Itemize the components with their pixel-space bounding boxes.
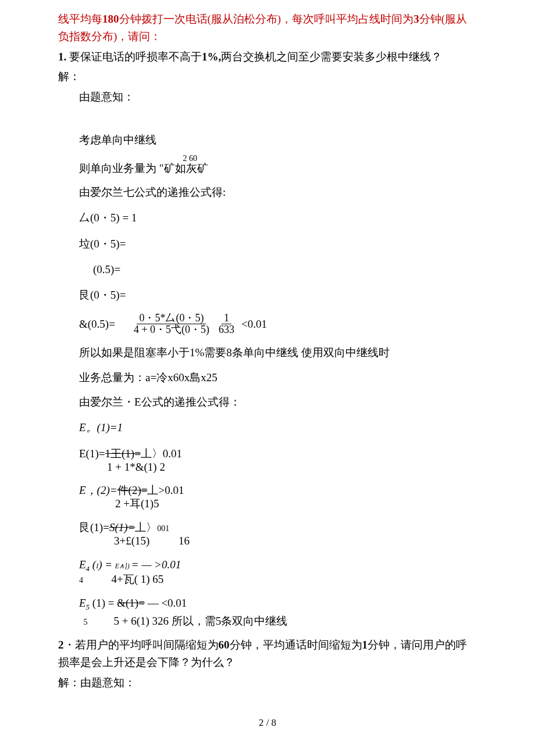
intro-text-2: 分钟拨打一次电话(服从泊松分布)，每次呼叫平均占线时间为	[119, 13, 414, 25]
line-conclusion-8: 所以如果是阻塞率小于1%需要8条单向中继线 使用双向中继线时	[58, 344, 477, 361]
page-number: 2 / 8	[58, 715, 477, 730]
q2-text-a: ・若用户的平均呼叫间隔缩短为	[64, 639, 219, 651]
frac-1: 0・5*厶(0・5) 4 + 0・5弋(0・5)	[131, 313, 212, 336]
E0-E: E	[79, 421, 86, 433]
E1-den: 1 + 1*&(1) 2	[79, 461, 165, 474]
over-260: 2 60	[79, 155, 208, 163]
eq-E2: E，(2)=件(2)=丄>0.01 2 +耳(1)5	[79, 482, 477, 511]
e4-tail: <0.01	[241, 316, 267, 333]
q1-number: 1.	[58, 51, 66, 63]
E2-den: 2 +耳(1)5	[79, 497, 159, 511]
eq-e3: 艮(0・5)=	[79, 286, 477, 304]
E0-rest: (1)=1	[97, 421, 123, 433]
E3-lhs: 艮(1)=	[79, 521, 109, 533]
eq-E0-1: E。(1)=1	[79, 419, 477, 436]
intro-num-180: 180	[102, 13, 119, 25]
E4-open: (	[90, 558, 96, 571]
E5-left5: 5	[79, 618, 92, 628]
line-consider: 考虑单向中继线	[58, 131, 477, 149]
E4-close: ) =	[98, 558, 115, 571]
problem-intro: 线平均每180分钟拨打一次电话(服从泊松分布)，每次呼叫平均占线时间为3分钟(服…	[58, 10, 477, 46]
E5-mid: (1) =	[90, 597, 117, 609]
traffic-text: 则单向业务量为 "矿如灰矿	[79, 163, 208, 174]
E0-dot: 。	[86, 421, 97, 433]
frac2-den: 633	[216, 324, 237, 336]
answer-label: 解：	[58, 68, 477, 85]
E1-tail: 丄〉0.01	[141, 447, 182, 460]
q1-text-b: 两台交换机之间至少需要安装多少根中继线？	[221, 51, 442, 63]
E4-E: E	[79, 558, 86, 571]
question-2: 2・若用户的平均呼叫间隔缩短为60分钟，平均通话时间缩短为1分钟，请问用户的呼损…	[58, 636, 477, 672]
q2-60: 60	[219, 639, 230, 651]
intro-text-1: 线平均每	[58, 13, 102, 25]
answer-2: 解：由题意知：	[58, 674, 477, 691]
eq-e4-frac: &(0.5)= 0・5*厶(0・5) 4 + 0・5弋(0・5) 1 633 <…	[79, 313, 477, 336]
q2-text-b: 分钟，平均通话时间缩短为	[230, 639, 362, 651]
E3-tail: 丄〉	[135, 521, 157, 533]
E1-strike: 1王(1)=	[105, 447, 140, 460]
E3-strike: S(1)=	[109, 521, 135, 533]
line-total-traffic: 业务总量为：a=冷x60x島x25	[58, 369, 477, 386]
q2-1: 1	[362, 639, 368, 651]
frac2-num: 1	[222, 313, 231, 325]
eq-e2: (0.5)=	[93, 261, 477, 278]
E3-16: 16	[179, 535, 190, 547]
frac-2: 1 633	[216, 313, 237, 336]
eq-E4: E4 (I) = E∧]) = — >0.01 4 4+瓦( 1) 65	[79, 556, 477, 586]
E5-E: E	[79, 597, 86, 609]
frac1-num: 0・5*厶(0・5)	[137, 313, 206, 325]
E4-sup: E∧])	[115, 562, 131, 570]
E4-left4: 4	[79, 576, 90, 586]
E3-den: 3+£(15)	[114, 535, 149, 547]
q2-number: 2	[58, 639, 64, 651]
E2-strike: 件(2)=	[117, 484, 148, 496]
q1-percent: 1%,	[202, 51, 221, 63]
eq-E1: E(1)=1王(1)=丄〉0.01 1 + 1*&(1) 2	[79, 445, 477, 474]
E3-001: 001	[157, 524, 169, 533]
line-erlang-recur: 由爱尔兰七公式的递推公式得:	[58, 184, 477, 201]
frac1-den: 4 + 0・5弋(0・5)	[131, 324, 212, 336]
E1-lhs: E(1)=	[79, 447, 105, 460]
E5-tail: — <0.01	[145, 597, 187, 609]
E2-lhs: E，(2)=	[79, 484, 117, 496]
eq-E5: E5 (1) = &(1)= — <0.01 5 5 + 6(1) 326 所以…	[79, 594, 477, 628]
eq-E3: 艮(1)=S(1)=丄〉001 3+£(15) 16	[79, 519, 477, 548]
line-given: 由题意知：	[58, 88, 477, 106]
E4-den: 4+瓦( 1) 65	[112, 573, 164, 585]
e4-lhs: &(0.5)=	[79, 316, 115, 333]
q1-text-a: 要保证电话的呼损率不高于	[69, 51, 202, 63]
E5-den: 5 + 6(1) 326 所以，需5条双向中继线	[114, 615, 288, 627]
eq-e1: 垃(0・5)=	[79, 235, 477, 253]
E4-tail: = — >0.01	[131, 558, 181, 571]
intro-num-3: 3	[413, 13, 419, 25]
E5-strike: &(1)=	[117, 597, 145, 609]
line-traffic: 2 60 则单向业务量为 "矿如灰矿	[58, 155, 477, 177]
E2-tail: 丄>0.01	[147, 484, 184, 496]
line-erlang-e: 由爱尔兰・E公式的递推公式得：	[58, 393, 477, 411]
eq-e0: 厶(0・5) = 1	[79, 209, 477, 227]
question-1: 1. 要保证电话的呼损率不高于1%,两台交换机之间至少需要安装多少根中继线？	[58, 48, 477, 66]
